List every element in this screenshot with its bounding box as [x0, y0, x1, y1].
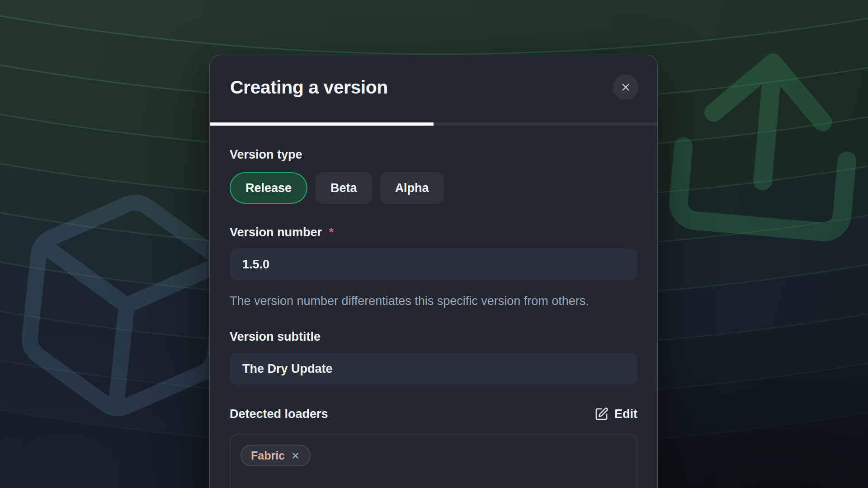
- version-type-label: Version type: [230, 147, 637, 162]
- version-type-options: Release Beta Alpha: [230, 172, 637, 204]
- upload-arrow-icon: [647, 26, 868, 263]
- version-type-alpha-button[interactable]: Alpha: [380, 172, 444, 204]
- edit-loaders-button[interactable]: Edit: [594, 407, 637, 421]
- detected-loaders-label: Detected loaders: [230, 406, 328, 422]
- remove-loader-icon[interactable]: [291, 451, 300, 460]
- version-number-input[interactable]: [230, 249, 637, 280]
- modal-title: Creating a version: [230, 74, 388, 100]
- create-version-modal: Creating a version Version type Release …: [209, 55, 658, 488]
- loader-chip-label: Fabric: [251, 449, 285, 462]
- edit-pencil-icon: [594, 407, 609, 421]
- required-asterisk: *: [329, 225, 334, 239]
- progress-bar: [210, 122, 657, 126]
- version-subtitle-input[interactable]: [230, 353, 637, 385]
- detected-loaders-box: Fabric: [230, 434, 637, 488]
- version-number-label: Version number *: [230, 225, 637, 240]
- modal-body: Version type Release Beta Alpha Version …: [210, 147, 657, 488]
- version-type-release-button[interactable]: Release: [230, 172, 307, 204]
- page-background: Creating a version Version type Release …: [0, 0, 868, 488]
- detected-loaders-header: Detected loaders Edit: [230, 406, 637, 422]
- version-number-help-text: The version number differentiates this s…: [230, 291, 623, 311]
- version-number-label-text: Version number: [230, 225, 322, 239]
- modal-header: Creating a version: [210, 55, 657, 100]
- progress-fill: [210, 122, 434, 126]
- version-type-beta-button[interactable]: Beta: [316, 172, 372, 204]
- loader-chip-fabric[interactable]: Fabric: [241, 445, 311, 466]
- close-icon: [620, 81, 632, 93]
- close-button[interactable]: [613, 75, 638, 100]
- edit-button-label: Edit: [614, 407, 637, 421]
- version-subtitle-label: Version subtitle: [230, 329, 637, 344]
